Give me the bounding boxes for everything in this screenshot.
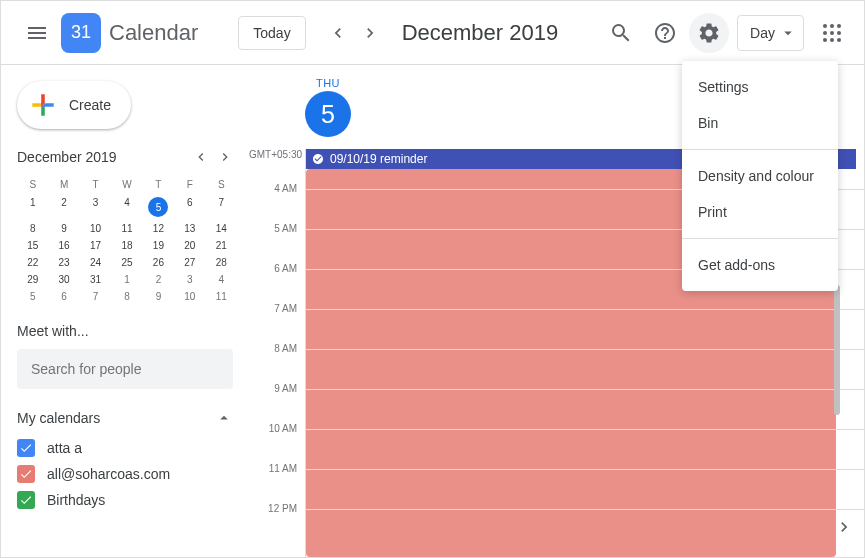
mini-day[interactable]: 21 — [206, 237, 237, 254]
mini-prev-button[interactable] — [189, 145, 213, 169]
mini-day[interactable]: 24 — [80, 254, 111, 271]
scrollbar[interactable] — [834, 285, 840, 415]
mini-day[interactable]: 25 — [111, 254, 142, 271]
create-button[interactable]: Create — [17, 81, 131, 129]
mini-day[interactable]: 13 — [174, 220, 205, 237]
mini-day[interactable]: 20 — [174, 237, 205, 254]
side-panel-toggle[interactable] — [832, 515, 856, 539]
mini-day[interactable]: 28 — [206, 254, 237, 271]
mini-day[interactable]: 5 — [17, 288, 48, 305]
mini-calendar-month: December 2019 — [17, 149, 117, 165]
calendar-item[interactable]: Birthdays — [17, 487, 249, 513]
mini-day[interactable]: 23 — [48, 254, 79, 271]
hour-line — [306, 389, 864, 429]
next-period-button[interactable] — [354, 17, 386, 49]
mini-dow: T — [80, 175, 111, 194]
my-calendars-header[interactable]: My calendars — [17, 409, 249, 427]
mini-dow: W — [111, 175, 142, 194]
mini-dow: S — [206, 175, 237, 194]
mini-day[interactable]: 8 — [111, 288, 142, 305]
svg-point-1 — [830, 24, 834, 28]
view-selector[interactable]: Day — [737, 15, 804, 51]
svg-point-4 — [830, 31, 834, 35]
time-label: 12 PM — [249, 503, 305, 543]
mini-day[interactable]: 18 — [111, 237, 142, 254]
mini-day[interactable]: 3 — [80, 194, 111, 220]
day-of-week-label: THU — [305, 77, 351, 89]
time-label: 4 AM — [249, 183, 305, 223]
create-button-label: Create — [69, 97, 111, 113]
mini-day[interactable]: 10 — [174, 288, 205, 305]
mini-day[interactable]: 1 — [17, 194, 48, 220]
svg-point-8 — [837, 38, 841, 42]
today-button[interactable]: Today — [238, 16, 305, 50]
mini-day[interactable]: 1 — [111, 271, 142, 288]
hamburger-menu-icon[interactable] — [13, 9, 61, 57]
mini-day[interactable]: 7 — [206, 194, 237, 220]
date-nav — [322, 17, 386, 49]
menu-item[interactable]: Density and colour — [682, 158, 838, 194]
search-icon[interactable] — [601, 13, 641, 53]
current-range-label: December 2019 — [402, 20, 597, 46]
mini-day[interactable]: 29 — [17, 271, 48, 288]
time-label: 8 AM — [249, 343, 305, 383]
calendar-logo: 31 — [61, 13, 101, 53]
mini-day[interactable]: 4 — [206, 271, 237, 288]
mini-day[interactable]: 9 — [48, 220, 79, 237]
meet-with-label: Meet with... — [17, 323, 249, 339]
settings-icon[interactable] — [689, 13, 729, 53]
mini-day[interactable]: 9 — [143, 288, 174, 305]
mini-day[interactable]: 3 — [174, 271, 205, 288]
mini-day[interactable]: 14 — [206, 220, 237, 237]
calendar-checkbox[interactable] — [17, 439, 35, 457]
mini-day[interactable]: 15 — [17, 237, 48, 254]
calendar-item[interactable]: atta a — [17, 435, 249, 461]
mini-day[interactable]: 31 — [80, 271, 111, 288]
mini-dow: S — [17, 175, 48, 194]
allday-event-title: 09/10/19 reminder — [330, 152, 427, 166]
mini-day[interactable]: 11 — [206, 288, 237, 305]
hour-line — [306, 469, 864, 509]
mini-day[interactable]: 12 — [143, 220, 174, 237]
mini-day[interactable]: 10 — [80, 220, 111, 237]
mini-day[interactable]: 2 — [48, 194, 79, 220]
mini-day[interactable]: 16 — [48, 237, 79, 254]
mini-day[interactable]: 17 — [80, 237, 111, 254]
search-people-input[interactable] — [17, 349, 233, 389]
menu-item[interactable]: Settings — [682, 69, 838, 105]
calendar-checkbox[interactable] — [17, 491, 35, 509]
mini-day[interactable]: 2 — [143, 271, 174, 288]
day-number[interactable]: 5 — [305, 91, 351, 137]
mini-day[interactable]: 8 — [17, 220, 48, 237]
mini-day[interactable]: 6 — [48, 288, 79, 305]
mini-calendar: December 2019 SMTWTFS1234567891011121314… — [17, 145, 249, 305]
calendar-item[interactable]: all@soharcoas.com — [17, 461, 249, 487]
svg-point-6 — [823, 38, 827, 42]
mini-day[interactable]: 7 — [80, 288, 111, 305]
hour-line — [306, 349, 864, 389]
prev-period-button[interactable] — [322, 17, 354, 49]
mini-day[interactable]: 11 — [111, 220, 142, 237]
calendar-item-label: all@soharcoas.com — [47, 466, 170, 482]
mini-day[interactable]: 6 — [174, 194, 205, 220]
mini-dow: T — [143, 175, 174, 194]
hour-line — [306, 309, 864, 349]
mini-day[interactable]: 30 — [48, 271, 79, 288]
menu-item[interactable]: Get add-ons — [682, 247, 838, 283]
mini-day[interactable]: 5 — [143, 194, 174, 220]
time-label: 9 AM — [249, 383, 305, 423]
menu-item[interactable]: Bin — [682, 105, 838, 141]
calendar-checkbox[interactable] — [17, 465, 35, 483]
mini-day[interactable]: 4 — [111, 194, 142, 220]
help-icon[interactable] — [645, 13, 685, 53]
svg-point-5 — [837, 31, 841, 35]
mini-day[interactable]: 19 — [143, 237, 174, 254]
mini-day[interactable]: 27 — [174, 254, 205, 271]
hour-line — [306, 429, 864, 469]
time-label: 5 AM — [249, 223, 305, 263]
mini-day[interactable]: 22 — [17, 254, 48, 271]
menu-item[interactable]: Print — [682, 194, 838, 230]
google-apps-icon[interactable] — [812, 13, 852, 53]
mini-day[interactable]: 26 — [143, 254, 174, 271]
mini-next-button[interactable] — [213, 145, 237, 169]
